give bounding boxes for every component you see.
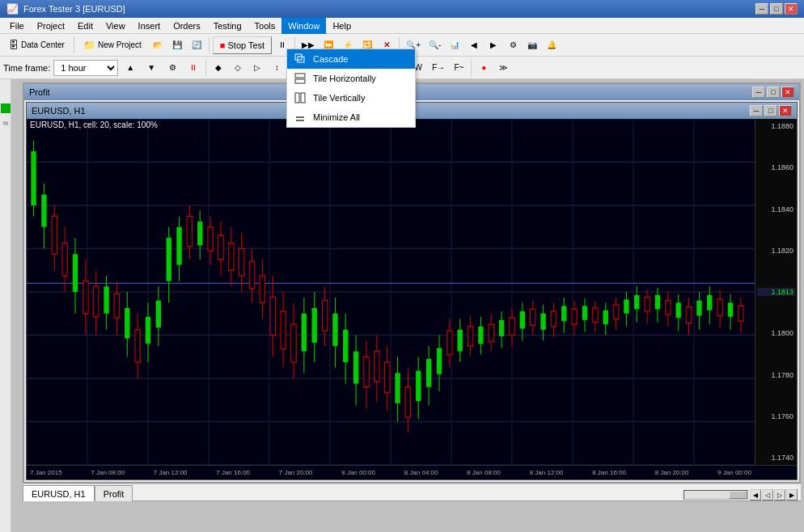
separator2 [209, 37, 209, 53]
sep3 [471, 60, 472, 76]
timeframe-label: Time frame: [3, 63, 50, 73]
data-center-label: Data Center [21, 40, 65, 49]
time-label-11: 8 Jan 20:00 [655, 469, 689, 476]
data-center-button[interactable]: 🗄 Data Center [3, 36, 70, 54]
menu-tile-vertical[interactable]: Tile Vertically [287, 88, 415, 108]
svg-rect-107 [468, 327, 472, 346]
tf-up-button[interactable]: ▲ [121, 59, 139, 77]
toolbar-extra5[interactable]: 🔔 [543, 36, 561, 54]
menu-insert[interactable]: Insert [132, 18, 167, 34]
fib-btn[interactable]: F→ [429, 59, 448, 77]
menu-tools[interactable]: Tools [248, 18, 282, 34]
draw-btn2[interactable]: ◇ [229, 59, 247, 77]
menu-tile-horizontal[interactable]: Tile Horizontally [287, 69, 415, 88]
fib2-btn[interactable]: F~ [450, 59, 468, 77]
cascade-label: Cascade [313, 54, 348, 64]
profit-minimize-btn[interactable]: ─ [752, 87, 765, 98]
tf-pause-button[interactable]: ⏸ [184, 59, 202, 77]
svg-rect-29 [62, 243, 67, 276]
price-1760: 1.1760 [757, 412, 795, 420]
menu-bar: File Project Edit View Insert Orders Tes… [0, 18, 804, 34]
timeframe-combo[interactable]: 1 hour 4 hours 1 day [53, 60, 118, 76]
chart-canvas[interactable]: EURUSD, H1, cell: 20, scale: 100% [27, 119, 797, 465]
cascade-icon [294, 53, 307, 65]
menu-orders[interactable]: Orders [167, 18, 207, 34]
svg-rect-155 [717, 299, 722, 315]
menu-minimize-all[interactable]: Minimize All [287, 108, 415, 127]
new-project-label: New Project [98, 40, 142, 49]
chart-tab-eurusd[interactable]: EURUSD, H1 [23, 485, 95, 501]
svg-rect-141 [645, 298, 650, 311]
toolbar-extra2[interactable]: ▶ [485, 36, 502, 54]
chart-scrollbar[interactable] [683, 490, 748, 500]
refresh-button[interactable]: 🔄 [188, 36, 205, 54]
menu-project[interactable]: Project [31, 18, 71, 34]
draw-btn4[interactable]: ↕ [268, 59, 286, 77]
time-label-5: 7 Jan 20:00 [279, 469, 313, 476]
svg-rect-47 [156, 301, 161, 327]
chart-tab-profit[interactable]: Profit [95, 485, 133, 501]
chart-close-btn[interactable]: ✕ [779, 105, 792, 116]
zoom-out-button[interactable]: 🔍- [425, 36, 444, 54]
toolbar-extra1[interactable]: ◀ [465, 36, 483, 54]
svg-rect-49 [167, 238, 171, 281]
svg-rect-35 [94, 286, 99, 316]
stop-test-button[interactable]: ■ Stop Test [213, 36, 272, 54]
open-button[interactable]: 📂 [149, 36, 167, 54]
profit-maximize-btn[interactable]: □ [767, 87, 780, 98]
close-button[interactable]: ✕ [785, 3, 798, 15]
price-1840: 1.1840 [757, 205, 795, 213]
minimize-button[interactable]: ─ [755, 3, 768, 15]
menu-cascade[interactable]: Cascade [287, 49, 415, 69]
svg-rect-101 [437, 348, 442, 374]
scroll-right-btn[interactable]: ▶ [786, 489, 798, 500]
svg-rect-149 [686, 307, 691, 323]
menu-file[interactable]: File [3, 18, 31, 34]
svg-rect-117 [520, 311, 525, 328]
tf-down-button[interactable]: ▼ [142, 59, 160, 77]
tf-settings-button[interactable]: ⚙ [163, 59, 181, 77]
svg-rect-162 [295, 74, 305, 78]
sidebar-label: 8 [2, 121, 10, 125]
toolbar-extra4[interactable]: 📷 [523, 36, 541, 54]
time-label-4: 7 Jan 16:00 [216, 469, 250, 476]
maximize-button[interactable]: □ [770, 3, 783, 15]
svg-rect-111 [489, 324, 493, 341]
time-label-7: 8 Jan 04:00 [404, 469, 438, 476]
new-project-button[interactable]: 📁 New Project [78, 36, 147, 54]
stop-test-label: Stop Test [227, 40, 264, 50]
svg-rect-145 [666, 301, 671, 315]
more-btn[interactable]: ≫ [494, 59, 512, 77]
new-project-icon: 📁 [83, 40, 95, 51]
price-1800: 1.1800 [757, 329, 795, 337]
menu-testing[interactable]: Testing [207, 18, 248, 34]
scroll-next-btn[interactable]: ▷ [774, 489, 785, 500]
svg-rect-99 [426, 359, 431, 387]
svg-rect-93 [395, 373, 400, 403]
svg-rect-129 [582, 306, 587, 319]
chart-minimize-btn[interactable]: ─ [750, 105, 763, 116]
draw-btn3[interactable]: ▷ [248, 59, 266, 77]
menu-view[interactable]: View [99, 18, 132, 34]
time-label-10: 8 Jan 16:00 [592, 469, 626, 476]
menu-help[interactable]: Help [326, 18, 358, 34]
svg-rect-147 [676, 302, 681, 318]
draw-btn1[interactable]: ◆ [209, 59, 227, 77]
window-dropdown-menu: Cascade Tile Horizontally Tile Verticall… [286, 49, 416, 128]
scroll-left-btn[interactable]: ◀ [750, 489, 761, 500]
toolbar-extra3[interactable]: ⚙ [504, 36, 522, 54]
svg-rect-27 [52, 216, 57, 254]
svg-rect-159 [738, 306, 743, 321]
sep-tf [205, 60, 206, 76]
menu-edit[interactable]: Edit [71, 18, 99, 34]
color-btn[interactable]: ● [475, 59, 493, 77]
chart-type-btn[interactable]: 📊 [446, 36, 463, 54]
chart-maximize-btn[interactable]: □ [764, 105, 777, 116]
svg-rect-33 [83, 281, 88, 314]
save-button[interactable]: 💾 [168, 36, 186, 54]
profit-close-btn[interactable]: ✕ [781, 87, 794, 98]
svg-rect-153 [707, 295, 712, 310]
menu-window[interactable]: Window [281, 18, 326, 34]
scroll-prev-btn[interactable]: ◁ [762, 489, 773, 500]
svg-rect-51 [176, 227, 181, 265]
